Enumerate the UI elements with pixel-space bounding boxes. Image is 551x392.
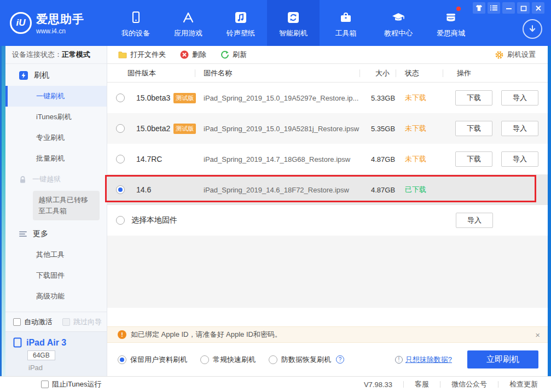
firmware-size: 5.35GB bbox=[371, 125, 405, 133]
beta-badge: 测试版 bbox=[173, 124, 196, 134]
checkbox-label: 跳过向导 bbox=[73, 317, 102, 327]
local-firmware-row: 选择本地固件 导入 bbox=[107, 205, 548, 236]
sidebar-group-label: 刷机 bbox=[34, 71, 49, 80]
gear-icon bbox=[495, 50, 504, 60]
sidebar-group-label: 更多 bbox=[33, 229, 48, 239]
wechat-link[interactable]: 微信公众号 bbox=[451, 379, 487, 389]
window-controls bbox=[473, 2, 544, 14]
mode-label: 常规快速刷机 bbox=[213, 355, 256, 365]
firmware-radio[interactable] bbox=[116, 124, 125, 133]
firmware-size: 5.33GB bbox=[371, 94, 405, 102]
firmware-status: 已下载 bbox=[405, 185, 455, 195]
nav-label: 我的设备 bbox=[121, 28, 150, 38]
delete-button[interactable]: 删除 bbox=[180, 50, 206, 60]
firmware-radio-selected[interactable] bbox=[116, 185, 125, 194]
flash-now-button[interactable]: 立即刷机 bbox=[467, 350, 538, 368]
flash-phone-icon bbox=[19, 71, 28, 80]
firmware-radio[interactable] bbox=[116, 93, 125, 102]
column-divider bbox=[195, 69, 195, 77]
import-button[interactable]: 导入 bbox=[501, 121, 538, 136]
block-itunes-checkbox[interactable]: 阻止iTunes运行 bbox=[41, 379, 102, 389]
mode-quick-flash-radio[interactable]: 常规快速刷机 bbox=[200, 355, 256, 365]
toolbar-label: 刷机设置 bbox=[507, 50, 536, 60]
import-button[interactable]: 导入 bbox=[501, 151, 538, 167]
support-link[interactable]: 客服 bbox=[415, 379, 429, 389]
nav-toolbox[interactable]: 工具箱 bbox=[320, 0, 372, 46]
app-title: 爱思助手 bbox=[36, 11, 84, 27]
graduation-cap-icon bbox=[391, 8, 406, 25]
checkbox-icon bbox=[13, 318, 21, 326]
nav-label: 爱思商城 bbox=[437, 28, 465, 38]
firmware-size: 4.87GB bbox=[371, 186, 405, 194]
logo-monogram-icon: iU bbox=[10, 12, 32, 34]
minimize-icon[interactable] bbox=[502, 2, 515, 14]
menu-list-icon[interactable] bbox=[488, 2, 500, 14]
nav-my-device[interactable]: 我的设备 bbox=[109, 0, 162, 46]
import-button[interactable]: 导入 bbox=[456, 213, 493, 228]
firmware-version: 15.0beta2 测试版 bbox=[128, 124, 204, 134]
toolbar: 打开文件夹 删除 刷新 bbox=[107, 46, 548, 64]
maximize-icon[interactable] bbox=[517, 2, 530, 14]
nav-smart-flash[interactable]: 智能刷机 bbox=[267, 0, 320, 46]
sidebar-item-pro-flash[interactable]: 专业刷机 bbox=[5, 127, 107, 148]
check-update-link[interactable]: 检查更新 bbox=[509, 379, 538, 389]
help-icon[interactable]: ? bbox=[336, 355, 344, 364]
sidebar-item-batch-flash[interactable]: 批量刷机 bbox=[5, 148, 107, 169]
spacer bbox=[107, 308, 548, 326]
nav-store[interactable]: 爱思商城 bbox=[425, 0, 477, 46]
flash-settings-button[interactable]: 刷机设置 bbox=[495, 50, 536, 60]
nav-label: 智能刷机 bbox=[279, 28, 308, 38]
mode-label: 防数据恢复刷机 bbox=[281, 355, 331, 365]
toolbar-label: 删除 bbox=[192, 50, 206, 60]
sidebar: 设备连接状态： 正常模式 刷机 一键刷机 iTunes刷机 专业刷机 批量刷机 … bbox=[5, 46, 107, 376]
local-firmware-radio[interactable] bbox=[116, 216, 125, 225]
firmware-row: 15.0beta3 测试版 iPad_Spring_2019_15.0_19A5… bbox=[107, 83, 548, 113]
device-type: iPad bbox=[28, 364, 107, 372]
col-header-size: 大小 bbox=[375, 68, 390, 78]
firmware-radio[interactable] bbox=[116, 155, 125, 163]
close-icon[interactable] bbox=[532, 2, 544, 14]
col-header-status: 状态 bbox=[405, 68, 419, 78]
banner-text: 如已绑定 Apple ID，请准备好 Apple ID和密码。 bbox=[131, 330, 282, 340]
nav-label: 工具箱 bbox=[335, 28, 357, 38]
warning-icon: ! bbox=[118, 330, 126, 339]
download-manager-icon[interactable] bbox=[523, 19, 542, 39]
auto-activate-checkbox[interactable]: 自动激活 bbox=[13, 317, 53, 327]
firmware-row: 14.7RC iPad_Spring_2019_14.7_18G68_Resto… bbox=[107, 144, 548, 174]
nav-tutorials[interactable]: 教程中心 bbox=[372, 0, 425, 46]
sidebar-item-other-tools[interactable]: 其他工具 bbox=[5, 244, 107, 265]
connection-label: 设备连接状态： bbox=[12, 50, 62, 60]
nav-apps-games[interactable]: 应用游戏 bbox=[162, 0, 214, 46]
open-folder-button[interactable]: 打开文件夹 bbox=[118, 50, 166, 60]
banner-close-icon[interactable]: × bbox=[535, 330, 540, 340]
firmware-name: iPad_Spring_2019_14.7_18G68_Restore.ipsw bbox=[204, 155, 371, 163]
sidebar-group-more[interactable]: 更多 bbox=[5, 225, 107, 244]
skin-icon[interactable] bbox=[473, 2, 485, 14]
sidebar-item-download-firmware[interactable]: 下载固件 bbox=[5, 265, 107, 286]
erase-data-link[interactable]: ! 只想抹除数据? bbox=[395, 355, 452, 365]
download-button[interactable]: 下载 bbox=[455, 90, 492, 106]
checkbox-icon bbox=[41, 381, 49, 388]
lock-icon bbox=[19, 175, 27, 184]
radio-icon bbox=[269, 355, 277, 364]
col-header-version: 固件版本 bbox=[127, 68, 156, 78]
mode-anti-recovery-radio[interactable]: 防数据恢复刷机 ? bbox=[269, 355, 344, 365]
table-header: 固件版本 固件名称 大小 状态 操作 bbox=[107, 64, 548, 83]
download-button[interactable]: 下载 bbox=[455, 121, 492, 136]
import-button[interactable]: 导入 bbox=[501, 90, 538, 106]
app-version: V7.98.33 bbox=[364, 381, 392, 389]
refresh-button[interactable]: 刷新 bbox=[221, 50, 247, 60]
beta-badge: 测试版 bbox=[173, 93, 196, 103]
nav-ringtones[interactable]: 铃声壁纸 bbox=[214, 0, 267, 46]
sidebar-item-one-click-flash[interactable]: 一键刷机 bbox=[5, 86, 107, 107]
app-url: www.i4.cn bbox=[36, 27, 84, 35]
firmware-size: 4.87GB bbox=[371, 155, 405, 163]
col-header-action: 操作 bbox=[457, 68, 471, 78]
info-icon: ! bbox=[395, 356, 403, 364]
sidebar-item-itunes-flash[interactable]: iTunes刷机 bbox=[5, 107, 107, 127]
download-button[interactable]: 下载 bbox=[455, 151, 492, 167]
device-name: iPad Air 3 bbox=[26, 338, 66, 348]
mode-keep-data-radio[interactable]: 保留用户资料刷机 bbox=[118, 355, 187, 365]
sidebar-item-advanced[interactable]: 高级功能 bbox=[5, 286, 107, 307]
radio-icon bbox=[118, 355, 126, 364]
